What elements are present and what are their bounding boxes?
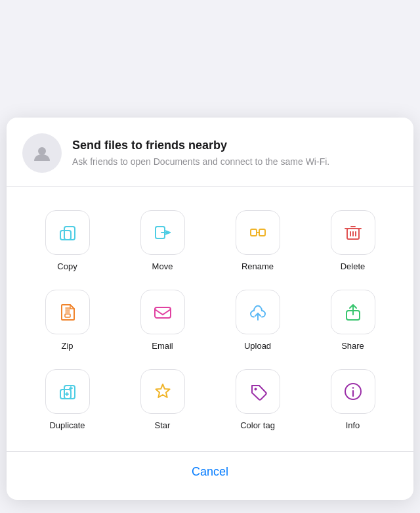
email-icon-box [140,290,185,334]
delete-icon [343,222,364,243]
colortag-icon [247,381,268,402]
grid-item-star[interactable]: Star [115,361,210,441]
move-label: Move [152,261,173,271]
move-icon-box [140,210,185,255]
grid-item-upload[interactable]: Upload [210,282,305,361]
email-icon [152,301,173,323]
zip-icon-box [45,290,90,334]
avatar [22,133,62,173]
info-icon [343,381,364,402]
duplicate-icon [57,381,78,402]
grid-item-share[interactable]: Share [305,282,400,361]
upload-label: Upload [244,341,271,351]
svg-point-0 [38,147,46,155]
svg-rect-5 [251,229,257,236]
svg-rect-2 [60,231,71,240]
duplicate-label: Duplicate [49,420,85,430]
svg-rect-18 [65,314,70,317]
svg-point-32 [352,387,354,389]
info-icon-box [331,369,375,414]
grid-item-zip[interactable]: Zip [20,282,115,361]
share-label: Share [341,341,364,351]
grid-item-colortag[interactable]: Color tag [210,361,305,441]
cancel-button[interactable]: Cancel [165,460,255,484]
svg-rect-6 [259,229,265,236]
star-label: Star [155,420,171,430]
svg-rect-1 [64,227,75,240]
sheet-header: Send files to friends nearby Ask friends… [7,118,413,187]
grid-item-delete[interactable]: Delete [305,202,400,282]
grid-item-email[interactable]: Email [115,282,210,361]
info-label: Info [346,420,360,430]
delete-label: Delete [341,261,366,271]
email-label: Email [152,341,173,351]
svg-rect-19 [155,307,171,318]
colortag-icon-box [236,369,280,414]
star-icon-box [140,369,185,414]
star-icon [152,381,173,402]
duplicate-icon-box [45,369,90,414]
svg-rect-23 [64,386,75,399]
header-subtitle: Ask friends to open Documents and connec… [72,156,398,169]
move-icon [152,222,173,243]
grid-item-rename[interactable]: Rename [210,202,305,282]
colortag-label: Color tag [240,420,275,430]
copy-label: Copy [57,261,77,271]
svg-point-29 [254,388,257,391]
action-sheet: Send files to friends nearby Ask friends… [7,118,413,500]
upload-icon-box [236,290,280,334]
header-title: Send files to friends nearby [72,138,398,153]
share-icon-box [331,290,375,334]
grid-item-duplicate[interactable]: Duplicate [20,361,115,441]
action-grid: Copy Move [7,187,413,451]
share-icon [343,301,364,323]
zip-icon [57,301,78,323]
grid-item-copy[interactable]: Copy [20,202,115,282]
rename-icon-box [236,210,280,255]
upload-icon [247,301,268,323]
cancel-row: Cancel [7,451,413,500]
zip-label: Zip [61,341,73,351]
rename-icon [247,222,268,243]
copy-icon-box [45,210,90,255]
grid-item-move[interactable]: Move [115,202,210,282]
header-text: Send files to friends nearby Ask friends… [72,138,398,169]
grid-item-info[interactable]: Info [305,361,400,441]
rename-label: Rename [242,261,274,271]
copy-icon [57,222,78,243]
delete-icon-box [331,210,375,255]
